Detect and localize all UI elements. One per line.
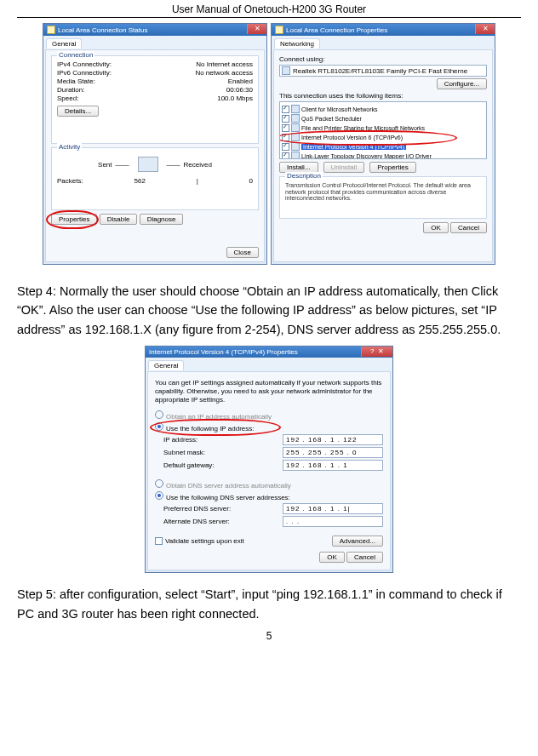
alt-dns-label: Alternate DNS server:	[163, 518, 230, 525]
checkbox[interactable]	[282, 124, 289, 132]
group-connection: Connection	[57, 51, 94, 59]
pref-dns-label: Preferred DNS server:	[163, 505, 231, 513]
packets-recv: 0	[249, 177, 253, 185]
checkbox[interactable]	[282, 115, 289, 123]
duration-label: Duration:	[57, 86, 84, 94]
validate-checkbox[interactable]	[155, 537, 163, 545]
media-value: Enabled	[228, 77, 253, 85]
validate-label: Validate settings upon exit	[165, 537, 244, 545]
diagnose-button[interactable]: Diagnose	[140, 214, 184, 225]
details-button[interactable]: Details...	[57, 106, 99, 117]
red-callout-ipv4	[279, 130, 457, 146]
cancel-button[interactable]: Cancel	[450, 222, 487, 233]
activity-icon	[138, 157, 158, 172]
close-icon[interactable]: ✕	[475, 24, 495, 34]
list-item: Link-Layer Topology Discovery Mapper I/O…	[282, 152, 484, 159]
radio-icon	[155, 410, 163, 419]
properties-dialog: Local Area Connection Properties ✕ Netwo…	[271, 23, 495, 265]
subnet-input[interactable]: 255 . 255 . 255 . 0	[283, 447, 383, 458]
checkbox[interactable]	[282, 143, 289, 151]
close-button[interactable]: Close	[226, 247, 259, 258]
ip-address-input[interactable]: 192 . 168 . 1 . 122	[283, 434, 383, 445]
disable-button[interactable]: Disable	[100, 214, 138, 225]
checkbox[interactable]	[282, 152, 289, 160]
service-icon	[291, 114, 300, 123]
status-title: Local Area Connection Status	[58, 26, 147, 34]
radio-auto-dns: Obtain DNS server address automatically	[155, 479, 383, 490]
protocol-icon	[291, 152, 300, 159]
radio-icon	[155, 491, 163, 500]
radio-manual-dns[interactable]: Use the following DNS server addresses:	[155, 491, 383, 501]
speed-value: 100.0 Mbps	[217, 94, 253, 102]
ipv6-value: No network access	[195, 69, 253, 77]
network-icon	[47, 26, 55, 34]
pref-dns-input[interactable]: 192 . 168 . 1 . 1|	[283, 503, 383, 514]
description-text: Transmission Control Protocol/Internet P…	[285, 182, 481, 202]
items-listbox[interactable]: Client for Microsoft Networks QoS Packet…	[279, 101, 487, 159]
ipv4-label: IPv4 Connectivity:	[57, 60, 112, 68]
ip-title: Internet Protocol Version 4 (TCP/IPv4) P…	[149, 348, 298, 356]
configure-button[interactable]: Configure...	[437, 78, 487, 89]
packets-label: Packets:	[57, 177, 83, 185]
ip-intro: You can get IP settings assigned automat…	[155, 379, 383, 404]
subnet-label: Subnet mask:	[163, 449, 205, 456]
service-icon	[291, 105, 300, 113]
close-icon[interactable]: ? ✕	[361, 346, 392, 357]
adapter-combo[interactable]: Realtek RTL8102E/RTL8103E Family PCI-E F…	[279, 65, 487, 77]
packets-sent: 562	[134, 177, 145, 185]
list-item: Client for Microsoft Networks	[282, 105, 484, 113]
step4-paragraph: Step 4: Normally the user should choose …	[17, 282, 521, 339]
tab-general[interactable]: General	[46, 38, 82, 49]
ok-button[interactable]: OK	[423, 222, 449, 233]
duration-value: 00:06:30	[226, 86, 253, 94]
step5-paragraph: Step 5: after configuration, select “Sta…	[17, 585, 521, 623]
received-label: Received	[184, 161, 212, 169]
advanced-button[interactable]: Advanced...	[332, 536, 383, 547]
props-title: Local Area Connection Properties	[286, 26, 387, 34]
ip-title-bar: Internet Protocol Version 4 (TCP/IPv4) P…	[146, 346, 392, 358]
service-icon	[291, 123, 300, 132]
tab-networking[interactable]: Networking	[274, 38, 320, 49]
gateway-label: Default gateway:	[163, 461, 215, 469]
status-dialog: Local Area Connection Status ✕ General C…	[43, 23, 267, 265]
ipv6-label: IPv6 Connectivity:	[57, 69, 112, 77]
close-icon[interactable]: ✕	[247, 24, 266, 34]
ipv4-properties-dialog: Internet Protocol Version 4 (TCP/IPv4) P…	[145, 346, 393, 573]
checkbox[interactable]	[282, 106, 289, 113]
item-properties-button[interactable]: Properties	[369, 162, 415, 173]
speed-label: Speed:	[57, 94, 78, 102]
status-title-bar: Local Area Connection Status	[43, 24, 266, 36]
connect-using-label: Connect using:	[279, 55, 487, 63]
ip-address-label: IP address:	[163, 436, 197, 444]
media-label: Media State:	[57, 77, 95, 85]
top-figures: Local Area Connection Status ✕ General C…	[17, 23, 521, 265]
red-callout-manual	[150, 419, 281, 436]
sent-label: Sent	[98, 161, 112, 169]
description-label: Description	[285, 172, 323, 180]
radio-icon	[155, 479, 163, 488]
red-callout-properties	[46, 210, 99, 229]
ipv4-value: No Internet access	[196, 60, 253, 68]
uses-items-label: This connection uses the following items…	[279, 92, 487, 100]
page-number: 5	[17, 630, 521, 642]
gateway-input[interactable]: 192 . 168 . 1 . 1	[283, 460, 383, 471]
tab-general-ip[interactable]: General	[148, 360, 184, 370]
ok-button[interactable]: OK	[319, 552, 345, 563]
adapter-icon	[282, 66, 290, 75]
uninstall-button: Uninstall	[323, 162, 365, 173]
cancel-button[interactable]: Cancel	[346, 552, 383, 563]
network-icon	[275, 26, 283, 34]
radio-manual-ip[interactable]: Use the following IP address:	[155, 422, 383, 432]
props-title-bar: Local Area Connection Properties	[272, 24, 495, 36]
page-header: User Manual of Onetouch-H200 3G Router	[17, 0, 521, 18]
adapter-name: Realtek RTL8102E/RTL8103E Family PCI-E F…	[293, 67, 467, 75]
alt-dns-input[interactable]: . . .	[283, 516, 383, 527]
group-activity: Activity	[57, 143, 82, 151]
list-item: QoS Packet Scheduler	[282, 114, 484, 123]
